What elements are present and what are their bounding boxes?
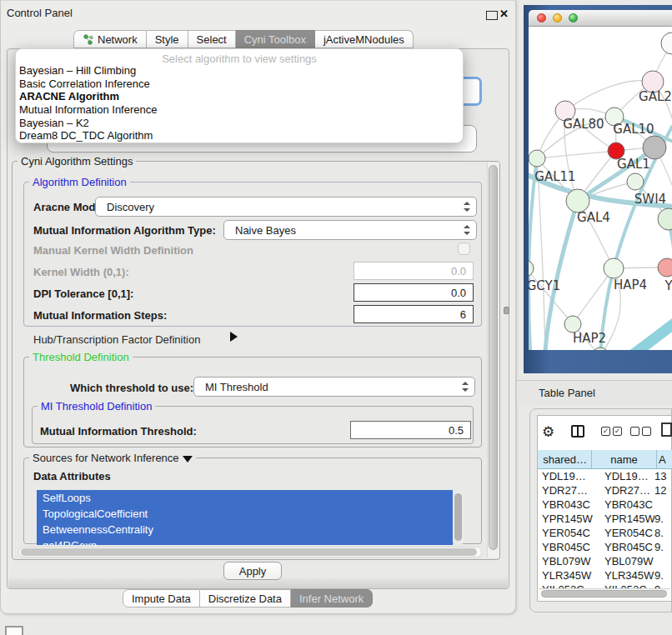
zoom-traffic-light[interactable] bbox=[569, 13, 578, 22]
algorithm-option[interactable]: Bayesian – K2 bbox=[19, 117, 459, 130]
algorithm-option[interactable]: Bayesian – Hill Climbing bbox=[19, 64, 459, 78]
tab-network[interactable]: Network bbox=[73, 30, 147, 48]
unchecked-checkbox-icon[interactable] bbox=[630, 427, 639, 436]
network-node-swi4[interactable] bbox=[627, 173, 644, 190]
tab-select[interactable]: Select bbox=[188, 30, 236, 48]
table-row[interactable]: YBR043CYBR043C bbox=[538, 498, 672, 512]
table-row[interactable]: YIL052CYIL052C9 bbox=[538, 582, 672, 588]
mi-threshold-field[interactable]: 0.5 bbox=[350, 421, 471, 439]
table-row[interactable]: YDL19…YDL19…13 bbox=[538, 469, 672, 483]
network-node-hap2[interactable] bbox=[564, 316, 581, 332]
table-hscrollbar-thumb[interactable] bbox=[541, 590, 667, 598]
table-cell[interactable]: 9. bbox=[654, 569, 672, 582]
settings-hscrollbar-thumb[interactable] bbox=[21, 548, 477, 556]
data-attribute-item[interactable]: TopologicalCoefficient bbox=[37, 506, 453, 522]
table-cell[interactable]: YDR27… bbox=[538, 484, 598, 497]
table-cell[interactable]: YDL19… bbox=[598, 470, 654, 482]
gear-icon[interactable]: ⚙ bbox=[542, 423, 554, 441]
network-node-gal4[interactable] bbox=[566, 189, 589, 212]
settings-vscrollbar-thumb[interactable] bbox=[489, 165, 498, 550]
close-traffic-light[interactable] bbox=[537, 13, 546, 22]
data-attribute-item[interactable]: SelfLoops bbox=[37, 490, 453, 506]
tab-infer-network[interactable]: Infer Network bbox=[291, 589, 373, 608]
manual-kernel-checkbox[interactable] bbox=[458, 242, 470, 255]
mi-steps-field[interactable]: 6 bbox=[354, 305, 474, 323]
collapsed-arrow-icon[interactable] bbox=[230, 332, 238, 342]
table-cell[interactable]: YBL079W bbox=[598, 555, 654, 568]
table-cell[interactable]: YER054C bbox=[598, 527, 654, 539]
dpi-tolerance-field[interactable]: 0.0 bbox=[354, 283, 474, 302]
hub-definition-toggle[interactable]: Hub/Transcription Factor Definition bbox=[33, 333, 200, 346]
table-cell[interactable]: 12 bbox=[654, 484, 672, 497]
table-cell[interactable]: YBR045C bbox=[538, 541, 598, 553]
table-row[interactable]: YBL079WYBL079W bbox=[538, 554, 672, 568]
unchecked-checkbox-icon[interactable] bbox=[642, 427, 651, 436]
float-panel-icon[interactable] bbox=[486, 11, 498, 20]
algorithm-option[interactable]: Mutual Information Inference bbox=[19, 103, 459, 117]
attributes-scrollbar-thumb[interactable] bbox=[454, 493, 462, 541]
network-window-titlebar[interactable] bbox=[529, 10, 672, 27]
table-row[interactable]: YBR045CYBR045C9. bbox=[538, 540, 672, 554]
table-cell[interactable]: 9. bbox=[654, 512, 672, 525]
network-canvas[interactable]: GAL2GAL80GAL10GAL1GAL11SWI4GAL4GCY1HAP4Y… bbox=[529, 27, 672, 350]
minimize-traffic-light[interactable] bbox=[553, 13, 562, 22]
apply-button[interactable]: Apply bbox=[223, 562, 282, 580]
table-cell[interactable]: YER054C bbox=[538, 527, 598, 539]
network-node[interactable] bbox=[661, 32, 672, 54]
algorithm-option[interactable]: Dream8 DC_TDC Algorithm bbox=[19, 129, 459, 142]
network-node[interactable] bbox=[643, 136, 666, 159]
stepper-arrows-icon bbox=[464, 202, 469, 212]
table-row[interactable]: YER054CYER054C8. bbox=[538, 526, 672, 540]
document-icon[interactable] bbox=[661, 422, 672, 437]
panel-splitter-handle[interactable] bbox=[504, 307, 509, 314]
network-node-y[interactable] bbox=[658, 258, 672, 277]
tab-discretize-data[interactable]: Discretize Data bbox=[200, 589, 291, 608]
table-cell[interactable]: YPR145W bbox=[538, 512, 598, 525]
network-node-label: HAP4 bbox=[614, 278, 647, 292]
tab-cyni-toolbox[interactable]: Cyni Toolbox bbox=[236, 30, 315, 48]
table-row[interactable]: YDR27…YDR27…12 bbox=[538, 483, 672, 498]
network-node-gal11[interactable] bbox=[529, 150, 545, 167]
tab-style[interactable]: Style bbox=[147, 30, 188, 48]
table-panel-title: Table Panel bbox=[539, 387, 595, 399]
table-row[interactable]: YPR145WYPR145W9. bbox=[538, 512, 672, 526]
column-header-shared[interactable]: shared… bbox=[538, 450, 592, 468]
which-threshold-combo[interactable]: MI Threshold bbox=[193, 377, 475, 397]
table-cell[interactable]: YDL19… bbox=[538, 470, 598, 482]
data-attribute-item[interactable]: gal4RGexp bbox=[37, 538, 453, 545]
table-cell[interactable]: 13 bbox=[654, 470, 672, 482]
sources-title[interactable]: Sources for Network Inference bbox=[29, 452, 196, 464]
network-node[interactable] bbox=[658, 208, 672, 230]
table-cell[interactable]: YBR045C bbox=[598, 541, 654, 553]
kernel-width-field[interactable]: 0.0 bbox=[354, 262, 474, 280]
tab-impute-data[interactable]: Impute Data bbox=[123, 589, 200, 608]
table-row[interactable]: YLR345WYLR345W9. bbox=[538, 568, 672, 582]
column-header-partial[interactable]: A bbox=[657, 450, 672, 468]
table-cell[interactable]: YLR345W bbox=[538, 569, 598, 582]
dpi-tolerance-label: DPI Tolerance [0,1]: bbox=[33, 288, 133, 300]
columns-icon[interactable] bbox=[571, 425, 584, 438]
network-node-label: GAL80 bbox=[563, 117, 604, 132]
table-cell[interactable]: YBL079W bbox=[538, 555, 598, 568]
aracne-mode-combo[interactable]: Discovery bbox=[95, 197, 477, 217]
table-cell[interactable]: YDR27… bbox=[598, 484, 654, 497]
table-cell[interactable]: 9. bbox=[654, 541, 672, 553]
table-cell[interactable]: YPR145W bbox=[598, 512, 654, 525]
column-header-name[interactable]: name bbox=[592, 450, 657, 468]
tab-jactivemnodules[interactable]: jActiveMNodules bbox=[315, 30, 414, 48]
table-cell[interactable]: YBR043C bbox=[598, 498, 654, 511]
table-cell[interactable]: YBR043C bbox=[538, 498, 598, 511]
table-cell[interactable]: YLR345W bbox=[598, 569, 654, 582]
algorithm-option[interactable]: ARACNE Algorithm bbox=[19, 90, 459, 103]
mi-type-combo[interactable]: Naive Bayes bbox=[223, 220, 477, 240]
data-attribute-item[interactable]: BetweennessCentrality bbox=[37, 522, 453, 538]
network-node-gcy1[interactable] bbox=[529, 260, 534, 277]
table-cell[interactable]: 8. bbox=[654, 527, 672, 539]
algorithm-option[interactable]: Basic Correlation Inference bbox=[19, 78, 459, 91]
stepper-arrows-icon bbox=[462, 382, 468, 392]
network-node-hap4[interactable] bbox=[604, 258, 624, 278]
minimized-window-icon[interactable] bbox=[5, 626, 23, 635]
close-panel-icon[interactable]: ✕ bbox=[499, 8, 509, 20]
checked-checkbox-icon[interactable]: ✓ bbox=[613, 427, 622, 436]
checked-checkbox-icon[interactable]: ✓ bbox=[601, 427, 610, 436]
